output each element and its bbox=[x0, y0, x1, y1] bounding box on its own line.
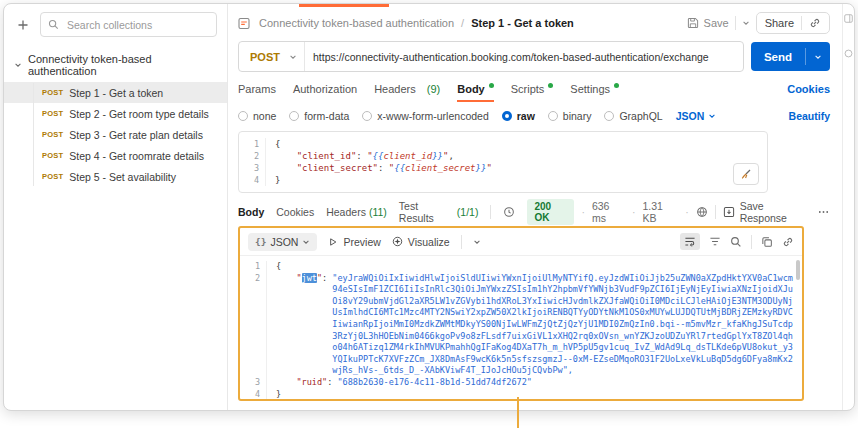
code-line: "client_id": "{{client_id}}", bbox=[275, 150, 454, 162]
rail-circle-icon[interactable] bbox=[844, 49, 853, 58]
sidebar: Connectivity token-based authentication … bbox=[4, 4, 228, 410]
line-number: 3 bbox=[240, 377, 267, 389]
radio-selected-icon bbox=[502, 111, 512, 121]
divider bbox=[801, 16, 802, 30]
response-tab-body[interactable]: Body bbox=[238, 206, 264, 218]
response-body-code[interactable]: 1{ 2 "jwt": "eyJraWQiOiIxIiwidHlwIjoiSld… bbox=[240, 256, 802, 399]
mode-binary[interactable]: binary bbox=[548, 110, 592, 122]
line-number: 1 bbox=[240, 261, 267, 273]
sidebar-item-step-4[interactable]: POST Step 4 - Get roomrate details bbox=[4, 145, 227, 166]
copy-icon[interactable] bbox=[761, 236, 773, 248]
mode-urlencoded[interactable]: x-www-form-urlencoded bbox=[362, 110, 488, 122]
line-number: 2 bbox=[239, 150, 266, 162]
wrap-text-button[interactable] bbox=[680, 233, 700, 250]
copy-link-icon[interactable] bbox=[809, 17, 821, 29]
code-line: } bbox=[276, 389, 281, 399]
right-rail bbox=[842, 4, 854, 410]
history-clock-icon[interactable] bbox=[503, 206, 515, 218]
response-format-select[interactable]: {} JSON bbox=[248, 233, 317, 251]
mode-graphql[interactable]: GraphQL bbox=[604, 110, 662, 122]
send-label[interactable]: Send bbox=[751, 51, 805, 63]
save-response-button[interactable]: Save Response bbox=[723, 200, 810, 224]
visualize-button[interactable]: Visualize bbox=[392, 236, 450, 248]
filter-icon[interactable] bbox=[709, 236, 721, 247]
more-options-icon[interactable] bbox=[817, 207, 830, 217]
chevron-down-icon bbox=[708, 112, 716, 120]
request-body-editor[interactable]: 1{ 2 "client_id": "{{client_id}}", 3 "cl… bbox=[238, 131, 768, 193]
code-line: { bbox=[275, 138, 280, 150]
main-pane: Connectivity token-based authentication … bbox=[228, 4, 842, 410]
radio-icon bbox=[362, 111, 372, 121]
postbot-button[interactable] bbox=[733, 163, 759, 185]
mode-form-data[interactable]: form-data bbox=[289, 110, 349, 122]
tab-body[interactable]: Body bbox=[457, 78, 494, 102]
share-button[interactable]: Share bbox=[765, 17, 794, 29]
code-line-ruid: "ruid": "688b2630-e176-4c11-8b1d-51dd74d… bbox=[276, 377, 532, 389]
send-button[interactable]: Send bbox=[751, 42, 830, 71]
code-line-jwt: "jwt": "eyJraWQiOiIxIiwidHlwIjoiSldUIiwi… bbox=[276, 273, 794, 377]
tab-params[interactable]: Params bbox=[238, 78, 276, 100]
save-response-label: Save Response bbox=[740, 200, 810, 224]
viewer-options-chevron[interactable] bbox=[473, 238, 481, 246]
tab-scripts[interactable]: Scripts bbox=[511, 78, 554, 100]
postbot-broom-icon bbox=[740, 168, 752, 180]
method-badge: POST bbox=[42, 130, 63, 139]
tab-authorization[interactable]: Authorization bbox=[293, 78, 357, 100]
request-label: Step 4 - Get roomrate details bbox=[69, 150, 204, 162]
wrap-text-icon bbox=[684, 236, 696, 247]
sidebar-item-step-1[interactable]: POST Step 1 - Get a token bbox=[4, 82, 227, 103]
request-label: Step 2 - Get room type details bbox=[69, 108, 208, 120]
modified-dot bbox=[548, 83, 553, 88]
response-tab-headers[interactable]: Headers(11) bbox=[326, 206, 387, 218]
status-badge: 200 OK bbox=[527, 199, 574, 225]
search-input[interactable] bbox=[65, 18, 209, 32]
link-icon[interactable] bbox=[782, 236, 794, 248]
search-icon bbox=[48, 19, 59, 30]
divider bbox=[715, 205, 716, 219]
panel-layout-icon[interactable] bbox=[844, 14, 853, 23]
sidebar-item-step-5[interactable]: POST Step 5 - Set availability bbox=[4, 166, 227, 187]
sidebar-item-step-3[interactable]: POST Step 3 - Get rate plan details bbox=[4, 124, 227, 145]
tab-settings[interactable]: Settings bbox=[570, 78, 619, 100]
search-collections-box[interactable] bbox=[40, 12, 217, 37]
separator-dot: · bbox=[632, 206, 636, 218]
divider bbox=[751, 235, 752, 249]
new-button[interactable] bbox=[14, 16, 32, 34]
response-tab-test-results[interactable]: Test Results(1/1) bbox=[399, 200, 479, 224]
tab-headers[interactable]: Headers (9) bbox=[374, 78, 440, 100]
preview-button[interactable]: Preview bbox=[328, 236, 380, 248]
mode-raw[interactable]: raw bbox=[502, 110, 535, 122]
search-in-response-icon[interactable] bbox=[730, 236, 742, 248]
save-button[interactable]: Save bbox=[687, 17, 729, 29]
beautify-link[interactable]: Beautify bbox=[789, 110, 830, 122]
divider bbox=[735, 16, 736, 30]
chevron-down-icon bbox=[14, 61, 22, 69]
body-mode-row: none form-data x-www-form-urlencoded raw… bbox=[238, 104, 830, 127]
cookies-link[interactable]: Cookies bbox=[787, 83, 830, 95]
breadcrumb-separator: / bbox=[461, 17, 464, 29]
sidebar-collection[interactable]: Connectivity token-based authentication bbox=[4, 50, 227, 80]
scrollbar-thumb[interactable] bbox=[796, 260, 800, 280]
app-window: Connectivity token-based authentication … bbox=[3, 3, 855, 411]
line-number: 2 bbox=[240, 273, 267, 377]
test-results-count: (1/1) bbox=[457, 206, 479, 218]
save-label: Save bbox=[704, 17, 729, 29]
chevron-down-icon bbox=[302, 238, 310, 246]
url-input[interactable]: https://connectivity-authentication.book… bbox=[305, 51, 743, 63]
mode-none[interactable]: none bbox=[238, 110, 276, 122]
radio-icon bbox=[289, 111, 299, 121]
divider bbox=[461, 235, 462, 249]
send-options-chevron[interactable] bbox=[806, 53, 830, 61]
method-chevron-icon[interactable] bbox=[289, 53, 304, 61]
radio-icon bbox=[238, 111, 248, 121]
save-options-chevron[interactable] bbox=[742, 19, 750, 27]
raw-format-select[interactable]: JSON bbox=[676, 110, 717, 122]
method-select-value[interactable]: POST bbox=[239, 51, 289, 63]
sidebar-item-step-2[interactable]: POST Step 2 - Get room type details bbox=[4, 103, 227, 124]
network-globe-icon[interactable] bbox=[696, 206, 708, 218]
response-tab-cookies[interactable]: Cookies bbox=[276, 206, 314, 218]
response-toolbar: {} JSON Preview Visualize bbox=[240, 228, 802, 256]
response-viewer-callout: {} JSON Preview Visualize bbox=[238, 226, 804, 401]
method-badge: POST bbox=[42, 109, 63, 118]
response-headers-count: (11) bbox=[369, 206, 387, 218]
